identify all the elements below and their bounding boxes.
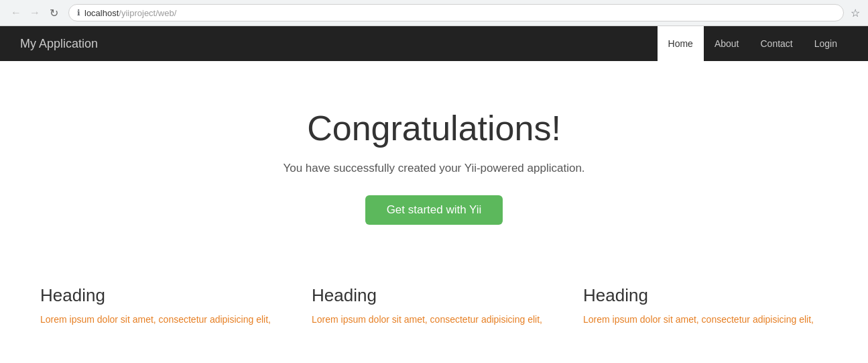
forward-button[interactable]: → xyxy=(27,5,43,21)
nav-link-contact[interactable]: Contact xyxy=(749,26,803,61)
nav-item-contact: Contact xyxy=(749,26,803,61)
back-button[interactable]: ← xyxy=(8,5,24,21)
browser-nav-buttons: ← → ↻ xyxy=(8,5,62,21)
browser-toolbar: ← → ↻ ℹ localhost/yiiproject/web/ ☆ xyxy=(0,0,868,25)
feature-col-3: Heading Lorem ipsum dolor sit amet, cons… xyxy=(583,285,828,327)
hero-subtitle: You have successfully created your Yii-p… xyxy=(13,162,855,175)
nav-link-login[interactable]: Login xyxy=(804,26,848,61)
browser-chrome: ← → ↻ ℹ localhost/yiiproject/web/ ☆ xyxy=(0,0,868,26)
lock-icon: ℹ xyxy=(77,8,80,17)
feature-col-2: Heading Lorem ipsum dolor sit amet, cons… xyxy=(312,285,556,327)
feature-col-1: Heading Lorem ipsum dolor sit amet, cons… xyxy=(40,285,285,327)
feature-heading-3: Heading xyxy=(583,285,828,306)
bookmark-icon[interactable]: ☆ xyxy=(851,7,860,19)
url-text: localhost/yiiproject/web/ xyxy=(84,8,835,18)
navbar-nav: Home About Contact Login xyxy=(658,26,848,61)
feature-heading-2: Heading xyxy=(312,285,556,306)
hero-section: Congratulations! You have successfully c… xyxy=(0,61,868,265)
feature-text-1: Lorem ipsum dolor sit amet, consectetur … xyxy=(40,313,285,327)
hero-title: Congratulations! xyxy=(13,108,855,148)
nav-item-login: Login xyxy=(804,26,848,61)
nav-link-home[interactable]: Home xyxy=(658,26,704,61)
address-bar[interactable]: ℹ localhost/yiiproject/web/ xyxy=(68,4,844,21)
navbar-brand[interactable]: My Application xyxy=(20,37,98,51)
nav-item-home: Home xyxy=(658,26,704,61)
get-started-button[interactable]: Get started with Yii xyxy=(365,195,503,225)
nav-link-about[interactable]: About xyxy=(704,26,750,61)
navbar: My Application Home About Contact Login xyxy=(0,26,868,61)
feature-heading-1: Heading xyxy=(40,285,285,306)
feature-text-3: Lorem ipsum dolor sit amet, consectetur … xyxy=(583,313,828,327)
feature-text-2: Lorem ipsum dolor sit amet, consectetur … xyxy=(312,313,556,327)
nav-item-about: About xyxy=(704,26,750,61)
features-section: Heading Lorem ipsum dolor sit amet, cons… xyxy=(0,265,868,340)
reload-button[interactable]: ↻ xyxy=(46,5,62,21)
